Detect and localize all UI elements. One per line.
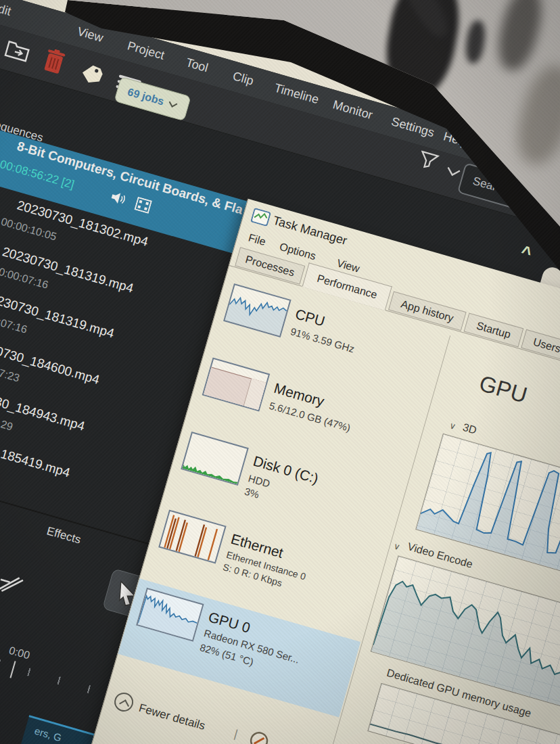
chevron-down-icon: [167, 100, 178, 109]
ethernet-graph-thumbnail[interactable]: [158, 509, 227, 563]
cpu-graph-thumbnail[interactable]: [223, 283, 291, 338]
jobs-badge-label: 69 jobs: [126, 86, 165, 108]
cpu-stats: 91% 3.59 GHz: [289, 325, 356, 354]
menu-timeline[interactable]: Timeline: [273, 81, 321, 108]
menu-monitor[interactable]: Monitor: [331, 97, 374, 122]
footer-separator: |: [233, 727, 239, 741]
task-manager-window: Task Manager File Options View Processes…: [91, 199, 560, 744]
menu-clip[interactable]: Clip: [231, 69, 256, 89]
stand-blob: [492, 0, 549, 74]
gpu-3d-label[interactable]: 3D: [461, 421, 478, 437]
tab-app-history[interactable]: App history: [388, 291, 467, 331]
tab-effects[interactable]: Effects: [45, 524, 83, 547]
menu-project[interactable]: Project: [126, 39, 166, 63]
fewer-details-chevron-icon[interactable]: [112, 691, 136, 714]
gpu-video-encode-chart: [371, 555, 560, 706]
menu-tool[interactable]: Tool: [184, 55, 210, 75]
chevron-down-icon[interactable]: ∨: [448, 420, 457, 432]
task-manager-icon: [250, 208, 271, 227]
disk-graph-thumbnail[interactable]: [181, 432, 249, 486]
pole-blob: [509, 60, 560, 170]
gpu-panel-heading: GPU: [476, 371, 530, 409]
perf-item-cpu[interactable]: CPU: [294, 306, 327, 329]
tm-menu-file[interactable]: File: [247, 232, 267, 248]
disk-usage: 3%: [243, 486, 261, 501]
clip-name[interactable]: 20230730_181319.mp4: [1, 244, 135, 296]
resource-monitor-icon[interactable]: [248, 729, 271, 744]
cable-blob: [464, 20, 488, 65]
tab-startup[interactable]: Startup: [464, 312, 524, 347]
clip-duration: 29: [0, 418, 14, 433]
razor-tool-icon[interactable]: [0, 569, 26, 599]
menu-edit[interactable]: Edit: [0, 0, 13, 19]
clip-name[interactable]: 20230730_185419.mp4: [0, 429, 72, 480]
collapse-caret-icon[interactable]: ^: [518, 241, 534, 264]
timeline-clip-label: ers, G: [33, 725, 63, 744]
fewer-details-button[interactable]: Fewer details: [137, 701, 207, 733]
memory-graph-thumbnail[interactable]: [202, 358, 271, 412]
chevron-down-icon[interactable]: ∨: [392, 540, 401, 552]
clip-name[interactable]: 20230730_184943.mp4: [0, 382, 87, 434]
tab-users[interactable]: Users: [521, 329, 560, 362]
ruler-timecode: 0:00: [7, 645, 31, 662]
